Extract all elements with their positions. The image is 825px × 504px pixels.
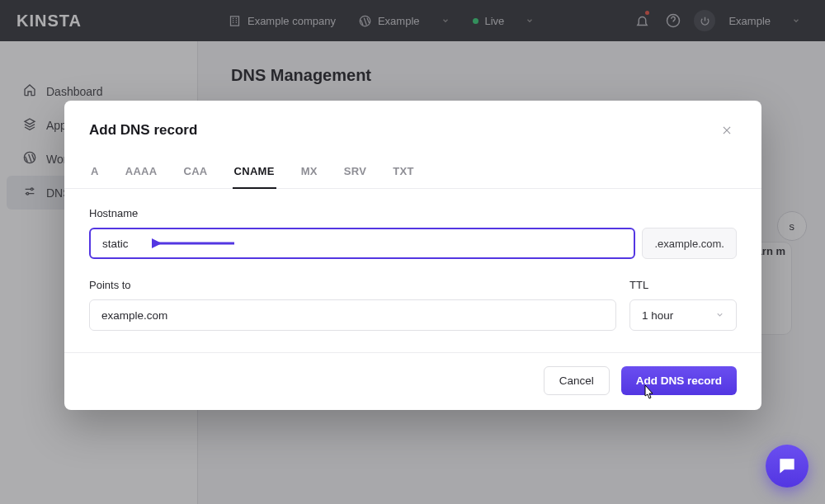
- tab-a[interactable]: A: [89, 157, 101, 188]
- record-type-tabs: A AAAA CAA CNAME MX SRV TXT: [64, 150, 761, 189]
- hostname-input[interactable]: [89, 228, 635, 259]
- points-to-input[interactable]: [89, 299, 616, 331]
- add-dns-record-modal: Add DNS record A AAAA CAA CNAME MX SRV T…: [64, 101, 761, 410]
- ttl-label: TTL: [629, 279, 737, 291]
- chat-widget-button[interactable]: [766, 445, 808, 488]
- chevron-down-icon: [715, 309, 724, 322]
- cancel-button[interactable]: Cancel: [544, 366, 610, 395]
- tab-srv[interactable]: SRV: [342, 157, 368, 188]
- modal-title: Add DNS record: [89, 122, 737, 139]
- tab-mx[interactable]: MX: [299, 157, 319, 188]
- close-icon: [721, 125, 733, 139]
- tab-caa[interactable]: CAA: [182, 157, 209, 188]
- ttl-select[interactable]: 1 hour: [629, 299, 737, 331]
- points-to-label: Points to: [89, 279, 616, 291]
- tab-cname[interactable]: CNAME: [233, 157, 276, 189]
- tab-txt[interactable]: TXT: [391, 157, 415, 188]
- ttl-value: 1 hour: [642, 309, 673, 322]
- hostname-suffix: .example.com.: [642, 228, 737, 259]
- chat-icon: [776, 455, 798, 477]
- add-dns-record-button[interactable]: Add DNS record: [621, 366, 737, 395]
- modal-close-button[interactable]: [717, 122, 737, 142]
- tab-aaaa[interactable]: AAAA: [124, 157, 159, 188]
- hostname-label: Hostname: [89, 207, 737, 219]
